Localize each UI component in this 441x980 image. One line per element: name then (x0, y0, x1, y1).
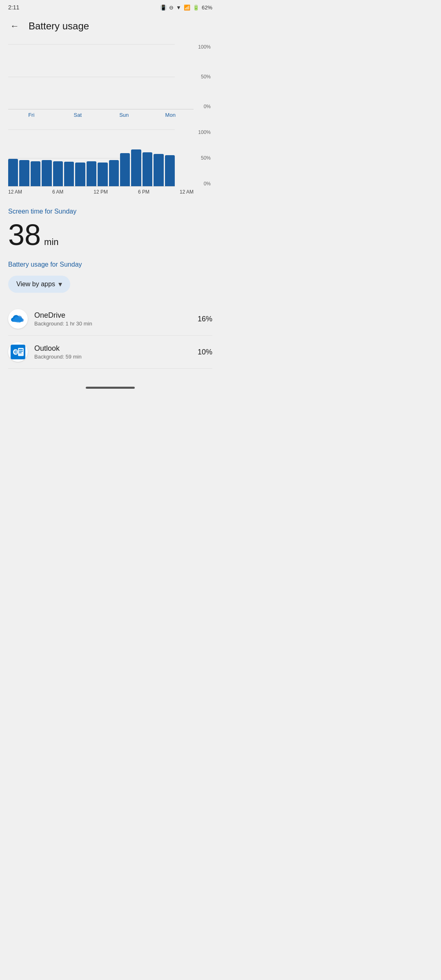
onedrive-name: OneDrive (34, 311, 198, 320)
battery-icon: 🔋 (193, 4, 199, 11)
svg-rect-5 (19, 352, 22, 353)
daily-x-6am: 6 AM (52, 187, 63, 195)
onedrive-info: OneDrive Background: 1 hr 30 min (34, 311, 198, 327)
weekly-y-0: 0% (198, 104, 211, 109)
daily-bar-8[interactable] (87, 161, 96, 186)
daily-bar-10[interactable] (109, 160, 119, 186)
app-item-onedrive[interactable]: OneDrive Background: 1 hr 30 min 16% (8, 303, 212, 336)
svg-text:O: O (13, 350, 17, 354)
weekly-y-50: 50% (198, 74, 211, 80)
outlook-name: Outlook (34, 344, 198, 353)
daily-x-6pm: 6 PM (138, 187, 149, 195)
daily-y-100: 100% (198, 129, 211, 135)
daily-bar-5[interactable] (53, 161, 63, 186)
svg-rect-4 (19, 351, 23, 352)
weekly-x-labels: Fri Sat Sun Mon (8, 109, 194, 118)
dnd-icon: ⊖ (169, 4, 174, 11)
back-arrow-icon: ← (10, 21, 19, 31)
home-indicator[interactable] (86, 387, 135, 389)
onedrive-sub: Background: 1 hr 30 min (34, 321, 198, 327)
daily-bar-2[interactable] (19, 160, 29, 186)
daily-bar-6[interactable] (64, 162, 74, 186)
outlook-info: Outlook Background: 59 min (34, 344, 198, 360)
daily-bar-9[interactable] (98, 163, 107, 186)
status-bar: 2:11 📳 ⊖ ▼ 📶 🔋 62% (0, 0, 220, 13)
signal-icon: 📶 (184, 4, 190, 11)
view-by-apps-button[interactable]: View by apps ▾ (8, 276, 70, 293)
daily-y-labels: 100% 50% 0% (198, 129, 212, 187)
chevron-down-icon: ▾ (58, 280, 62, 289)
toolbar: ← Battery usage (0, 13, 220, 39)
daily-bar-11[interactable] (120, 153, 130, 186)
x-label-sat: Sat (55, 109, 101, 118)
page-title: Battery usage (29, 20, 89, 32)
daily-bar-1[interactable] (8, 159, 18, 186)
daily-x-12pm: 12 PM (94, 187, 108, 195)
grid-line-50 (8, 77, 175, 77)
weekly-chart-section: 100% 50% 0% (0, 39, 220, 198)
status-icons: 📳 ⊖ ▼ 📶 🔋 62% (160, 4, 212, 11)
weekly-y-100: 100% (198, 44, 211, 50)
daily-bar-15[interactable] (165, 155, 175, 186)
daily-x-12am2: 12 AM (180, 187, 194, 195)
screen-time-number: 38 (8, 220, 41, 249)
view-by-apps-label: View by apps (16, 281, 55, 288)
screen-time-unit: min (44, 238, 58, 247)
outlook-sub: Background: 59 min (34, 354, 198, 360)
status-time: 2:11 (8, 4, 19, 11)
x-label-mon: Mon (147, 109, 194, 118)
weekly-y-labels: 100% 50% 0% (198, 44, 212, 109)
onedrive-pct: 16% (198, 315, 212, 323)
onedrive-icon (11, 314, 25, 323)
grid-line-100 (8, 44, 175, 45)
app-list: OneDrive Background: 1 hr 30 min 16% O (8, 303, 212, 381)
daily-bar-14[interactable] (154, 154, 163, 186)
x-label-sun: Sun (101, 109, 147, 118)
battery-usage-label: Battery usage for Sunday (8, 261, 212, 268)
weekly-chart-wrap: 100% 50% 0% (8, 44, 212, 121)
wifi-icon: ▼ (176, 4, 181, 11)
screen-time-label: Screen time for Sunday (8, 208, 212, 215)
daily-x-12am: 12 AM (8, 187, 22, 195)
daily-bar-7[interactable] (75, 163, 85, 186)
daily-y-0: 0% (198, 181, 211, 187)
daily-x-labels: 12 AM 6 AM 12 PM 6 PM 12 AM (8, 187, 194, 195)
daily-bar-13[interactable] (143, 152, 152, 186)
daily-bar-3[interactable] (31, 161, 40, 186)
daily-bar-12[interactable] (131, 149, 141, 186)
screen-time-value: 38 min (8, 220, 212, 249)
outlook-icon: O (11, 345, 25, 359)
daily-bar-4[interactable] (42, 160, 51, 186)
home-bar (0, 381, 220, 392)
daily-chart-wrap: 100% 50% 0% (8, 121, 212, 198)
onedrive-icon-wrap (8, 309, 28, 329)
daily-bars (8, 129, 175, 187)
app-item-outlook[interactable]: O Outlook Background: 59 min 10% (8, 336, 212, 369)
svg-rect-3 (19, 349, 23, 350)
outlook-pct: 10% (198, 348, 212, 356)
vibrate-icon: 📳 (160, 4, 167, 11)
battery-pct: 62% (202, 4, 212, 11)
outlook-icon-wrap: O (8, 342, 28, 362)
back-button[interactable]: ← (7, 19, 22, 33)
content-section: Screen time for Sunday 38 min Battery us… (0, 198, 220, 381)
daily-y-50: 50% (198, 155, 211, 161)
x-label-fri: Fri (8, 109, 55, 118)
